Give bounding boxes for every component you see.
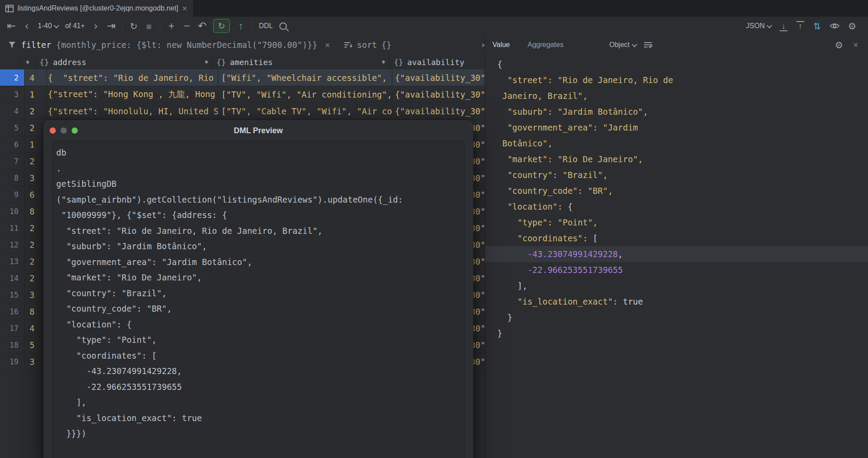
dml-preview-dialog: DML Preview db.getSiblingDB("sample_airb… — [43, 120, 474, 458]
code-line: "10009999"}, {"$set": {address: { — [56, 207, 464, 223]
table-row[interactable]: 24{ "street": "Rio de Janeiro, Rio d["Wi… — [0, 69, 485, 86]
code-line: "location": { — [56, 317, 464, 333]
cell-accommodates[interactable]: 1 — [25, 86, 47, 102]
cell-amenities[interactable]: ["TV", "Cable TV", "Wifi", "Air cond — [218, 103, 392, 119]
cell-address[interactable]: {"street": "Hong Kong , 九龍, Hong Ko — [47, 86, 219, 102]
object-type-icon: {} — [40, 58, 49, 67]
cell-availability[interactable]: {"availability_30" — [392, 86, 485, 102]
dml-code-editor[interactable]: db.getSiblingDB("sample_airbnb").getColl… — [52, 141, 464, 458]
cell-address[interactable]: {"street": "Honolulu, HI, United Sta — [47, 103, 219, 119]
sort-both-icon[interactable] — [204, 58, 209, 66]
clear-filter-icon[interactable]: × — [325, 40, 330, 49]
column-header-amenities[interactable]: {} amenities — [213, 55, 390, 69]
tab-aggregates[interactable]: Aggregates — [528, 41, 564, 49]
value-mode-dropdown[interactable]: Object — [609, 41, 637, 49]
value-token: "country_code": "BR", — [497, 186, 613, 196]
row-number[interactable]: 3 — [0, 86, 25, 102]
code-lines: db.getSiblingDB("sample_airbnb").getColl… — [56, 145, 464, 442]
add-row-button[interactable]: + — [167, 21, 176, 31]
toolbar-separator — [252, 21, 252, 31]
settings-gear-icon[interactable]: ⚙ — [848, 22, 857, 31]
first-page-button[interactable]: ⇤ — [7, 21, 16, 31]
table-row[interactable]: 31{"street": "Hong Kong , 九龍, Hong Ko["T… — [0, 86, 485, 103]
value-token — [497, 249, 528, 259]
sort-expression-input[interactable]: {} — [381, 40, 391, 50]
value-token: , — [618, 249, 623, 259]
cell-availability[interactable]: {"availability_30" — [392, 69, 485, 86]
code-line: -22.966253551739655 — [56, 379, 464, 395]
filter-expression-input[interactable]: {monthly_price: {$lt: new NumberDecimal(… — [56, 40, 318, 50]
value-line: Botânico", — [497, 135, 868, 151]
row-number[interactable]: 14 — [0, 270, 25, 286]
import-icon[interactable]: ↓ — [779, 22, 788, 30]
column-name: address — [53, 58, 87, 67]
row-number[interactable]: 9 — [0, 186, 25, 203]
value-token: "country": "Brazil", — [497, 170, 608, 180]
code-line: "is_location_exact": true — [56, 411, 464, 426]
column-header-accommodates[interactable] — [19, 55, 37, 69]
view-format-value: JSON — [746, 22, 765, 30]
value-token: "coordinates": — [497, 233, 593, 243]
remove-row-button[interactable]: − — [182, 21, 191, 31]
cell-amenities[interactable]: ["TV", "Wifi", "Air conditioning", " — [218, 86, 392, 102]
row-number[interactable]: 7 — [0, 153, 25, 169]
close-panel-icon[interactable]: × — [853, 40, 858, 49]
row-number[interactable]: 17 — [0, 320, 25, 336]
column-header-address[interactable]: {} address — [37, 55, 213, 69]
row-number[interactable]: 4 — [0, 103, 25, 119]
panel-settings-gear-icon[interactable]: ⚙ — [835, 40, 843, 50]
code-line: ], — [56, 395, 464, 411]
cell-amenities[interactable]: ["Wifi", "Wheelchair accessible", "K — [218, 69, 392, 86]
refresh-icon[interactable]: ↻ — [129, 22, 138, 31]
tab-listings-and-reviews[interactable]: listingsAndReviews [@cluster0-2ejqn.mong… — [0, 0, 194, 17]
row-number[interactable]: 18 — [0, 337, 25, 353]
zoom-window-icon[interactable] — [72, 127, 78, 134]
auto-commit-toggle[interactable]: ↻ — [213, 19, 230, 33]
row-number[interactable]: 5 — [0, 120, 25, 136]
value-viewer[interactable]: { "street": "Rio de Janeiro, Rio de Jane… — [485, 55, 868, 458]
row-number[interactable]: 16 — [0, 303, 25, 320]
tab-close-icon[interactable]: × — [182, 4, 188, 13]
value-line: "is_location_exact": true — [497, 294, 868, 309]
row-number[interactable]: 6 — [0, 136, 25, 153]
cell-accommodates[interactable]: 4 — [25, 69, 47, 86]
row-number[interactable]: 8 — [0, 170, 25, 186]
editor-tab-bar: listingsAndReviews [@cluster0-2ejqn.mong… — [0, 0, 868, 17]
view-format-dropdown[interactable]: JSON — [746, 22, 771, 30]
close-window-icon[interactable] — [50, 127, 56, 134]
previous-page-button[interactable]: ‹ — [22, 21, 31, 31]
export-icon[interactable]: ↑ — [796, 22, 805, 30]
cell-address[interactable]: { "street": "Rio de Janeiro, Rio d — [47, 69, 219, 86]
code-line: "type": "Point", — [56, 332, 464, 348]
sort-both-icon[interactable] — [25, 58, 30, 66]
row-number[interactable]: 11 — [0, 220, 25, 236]
page-range-dropdown[interactable]: 1-40 — [38, 22, 58, 30]
sync-icon[interactable]: ⇅ — [813, 22, 821, 31]
column-header-availability[interactable]: {} availability — [390, 55, 485, 69]
row-number[interactable]: 15 — [0, 287, 25, 303]
cell-accommodates[interactable]: 2 — [25, 103, 47, 119]
cell-availability[interactable]: {"availability_30" — [392, 103, 485, 119]
object-type-icon: {} — [217, 58, 226, 67]
minimize-window-icon — [61, 127, 67, 134]
dialog-title-bar[interactable]: DML Preview — [43, 120, 473, 141]
sort-both-icon[interactable] — [381, 58, 386, 66]
ddl-button[interactable]: DDL — [259, 22, 273, 30]
preview-eye-icon[interactable] — [829, 22, 840, 29]
toolbar-left-group: ⇤ ‹ 1-40 of 41+ › ⇥ ↻ ■ + − ↶ ↻ ↑ DDL — [0, 19, 287, 33]
row-number[interactable]: 19 — [0, 353, 25, 370]
soft-wrap-icon[interactable] — [643, 41, 653, 48]
submit-changes-icon[interactable]: ↑ — [236, 21, 245, 31]
revert-icon[interactable]: ↶ — [198, 21, 206, 31]
row-number[interactable]: 10 — [0, 203, 25, 219]
table-row[interactable]: 42{"street": "Honolulu, HI, United Sta["… — [0, 103, 485, 120]
row-number[interactable]: 13 — [0, 253, 25, 269]
code-line: "country": "Brazil", — [56, 286, 464, 302]
tab-title: listingsAndReviews [@cluster0-2ejqn.mong… — [18, 4, 178, 12]
last-page-button[interactable]: ⇥ — [107, 21, 116, 31]
tab-value[interactable]: Value — [492, 41, 510, 49]
search-icon[interactable] — [279, 22, 287, 30]
next-page-button[interactable]: › — [91, 21, 100, 31]
row-number[interactable]: 2 — [0, 69, 25, 86]
row-number[interactable]: 12 — [0, 236, 25, 253]
